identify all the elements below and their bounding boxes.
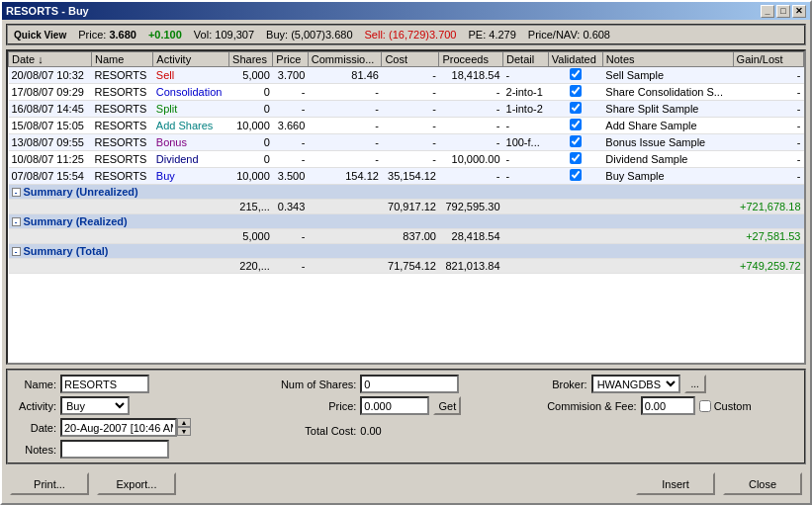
validated-checkbox[interactable] bbox=[570, 102, 582, 114]
summary-notes bbox=[602, 229, 733, 244]
table-row[interactable]: 20/08/07 10:32 RESORTS Sell 5,000 3.700 … bbox=[9, 67, 804, 84]
qv-sell-value: (16,729)3.700 bbox=[389, 29, 457, 41]
table-row[interactable]: 07/08/07 15:54 RESORTS Buy 10,000 3.500 … bbox=[9, 168, 804, 185]
col-header-commission[interactable]: Commissio... bbox=[308, 52, 382, 67]
validated-checkbox[interactable] bbox=[570, 152, 582, 164]
form-area: Name: Activity: Buy Sell Add Shares Bonu… bbox=[6, 369, 806, 464]
col-header-date[interactable]: Date ↓ bbox=[9, 52, 92, 67]
export-button[interactable]: Export... bbox=[97, 472, 176, 495]
cell-date: 20/08/07 10:32 bbox=[9, 67, 92, 84]
broker-label: Broker: bbox=[543, 379, 587, 390]
col-header-gain[interactable]: Gain/Lost bbox=[733, 52, 803, 67]
cell-notes: Sell Sample bbox=[602, 67, 733, 84]
get-button[interactable]: Get bbox=[433, 396, 461, 415]
cell-date: 13/08/07 09:55 bbox=[9, 134, 92, 151]
commission-label: Commision & Fee: bbox=[543, 400, 637, 412]
col-header-cost[interactable]: Cost bbox=[382, 52, 439, 67]
activity-select[interactable]: Buy Sell Add Shares Bonus Dividend Conso… bbox=[60, 396, 130, 415]
price-input[interactable] bbox=[360, 396, 429, 415]
expand-icon[interactable]: - bbox=[12, 217, 21, 226]
broker-select[interactable]: HWANGDBS Other bbox=[591, 375, 680, 393]
close-button[interactable]: Close bbox=[723, 472, 802, 495]
summary-proceeds: 821,013.84 bbox=[439, 259, 503, 274]
col-header-proceeds[interactable]: Proceeds bbox=[439, 52, 503, 67]
cell-name: RESORTS bbox=[91, 168, 152, 185]
validated-checkbox[interactable] bbox=[570, 135, 582, 147]
table-row[interactable]: 13/08/07 09:55 RESORTS Bonus 0 - - - - 1… bbox=[9, 134, 804, 151]
qv-price: Price: 3.680 bbox=[78, 29, 136, 41]
table-row[interactable]: 15/08/07 15:05 RESORTS Add Shares 10,000… bbox=[9, 118, 804, 134]
qv-nav: Price/NAV: 0.608 bbox=[528, 29, 610, 41]
summary-header-label: - Summary (Total) bbox=[9, 244, 804, 259]
cell-cost: - bbox=[382, 134, 439, 151]
cell-detail: - bbox=[503, 118, 549, 134]
cell-proceeds: - bbox=[439, 101, 503, 118]
summary-activity bbox=[153, 259, 229, 274]
validated-checkbox[interactable] bbox=[570, 169, 582, 181]
col-header-validated[interactable]: Validated bbox=[548, 52, 602, 67]
cell-validated bbox=[548, 168, 602, 185]
maximize-button[interactable]: □ bbox=[776, 5, 790, 18]
date-spin-up[interactable]: ▲ bbox=[177, 418, 191, 427]
qv-vol: Vol: 109,307 bbox=[194, 29, 254, 41]
table-row[interactable]: 10/08/07 11:25 RESORTS Dividend 0 - - - … bbox=[9, 151, 804, 168]
date-input-container: ▲ ▼ bbox=[60, 418, 191, 437]
summary-header-row: - Summary (Realized) bbox=[9, 214, 804, 229]
cell-detail: - bbox=[503, 151, 549, 168]
transactions-table: Date ↓ Name Activity Shares Price Commis… bbox=[8, 51, 804, 274]
col-header-notes[interactable]: Notes bbox=[602, 52, 733, 67]
expand-icon[interactable]: - bbox=[12, 247, 21, 256]
date-spin-down[interactable]: ▼ bbox=[177, 427, 191, 436]
print-button[interactable]: Print... bbox=[10, 472, 89, 495]
commission-row: Commision & Fee: Custom bbox=[543, 396, 800, 415]
cell-name: RESORTS bbox=[91, 101, 152, 118]
validated-checkbox[interactable] bbox=[570, 85, 582, 97]
cell-gain: - bbox=[733, 118, 803, 134]
expand-icon[interactable]: - bbox=[12, 188, 21, 197]
table-row[interactable]: 17/08/07 09:29 RESORTS Consolidation 0 -… bbox=[9, 84, 804, 101]
col-header-name[interactable]: Name bbox=[91, 52, 152, 67]
validated-checkbox[interactable] bbox=[570, 68, 582, 80]
col-header-detail[interactable]: Detail bbox=[503, 52, 549, 67]
cell-date: 17/08/07 09:29 bbox=[9, 84, 92, 101]
col-header-price[interactable]: Price bbox=[273, 52, 308, 67]
cell-commission: 154.12 bbox=[308, 168, 382, 185]
name-input[interactable] bbox=[60, 375, 149, 393]
close-window-button[interactable]: ✕ bbox=[792, 5, 806, 18]
cell-shares: 5,000 bbox=[229, 67, 273, 84]
insert-button[interactable]: Insert bbox=[636, 472, 715, 495]
cell-notes: Add Share Sample bbox=[602, 118, 733, 134]
cell-notes: Share Consolidation S... bbox=[602, 84, 733, 101]
cell-cost: - bbox=[382, 67, 439, 84]
custom-checkbox[interactable] bbox=[699, 400, 711, 412]
cell-shares: 10,000 bbox=[229, 118, 273, 134]
broker-extra-button[interactable]: ... bbox=[684, 375, 706, 393]
col-header-shares[interactable]: Shares bbox=[229, 52, 273, 67]
transactions-table-container[interactable]: Date ↓ Name Activity Shares Price Commis… bbox=[6, 49, 806, 365]
validated-checkbox[interactable] bbox=[570, 119, 582, 130]
form-col3: Broker: HWANGDBS Other ... Commision & F… bbox=[543, 375, 800, 459]
summary-cost: 70,917.12 bbox=[382, 200, 439, 214]
date-input[interactable] bbox=[60, 418, 177, 437]
col-header-activity[interactable]: Activity bbox=[153, 52, 229, 67]
qv-nav-value: 0.608 bbox=[583, 29, 610, 41]
custom-label: Custom bbox=[714, 400, 752, 412]
cell-commission: 81.46 bbox=[308, 67, 382, 84]
minimize-button[interactable]: _ bbox=[761, 5, 774, 18]
cell-commission: - bbox=[308, 151, 382, 168]
commission-input[interactable] bbox=[641, 396, 695, 415]
cell-name: RESORTS bbox=[91, 134, 152, 151]
summary-price: - bbox=[273, 259, 308, 274]
summary-header-label: - Summary (Unrealized) bbox=[9, 185, 804, 200]
summary-date bbox=[9, 259, 92, 274]
notes-label: Notes: bbox=[12, 444, 56, 456]
qv-pe-label: PE: bbox=[468, 29, 486, 41]
qv-sell-label: Sell: bbox=[365, 29, 386, 41]
qv-pe: PE: 4.279 bbox=[468, 29, 515, 41]
summary-name bbox=[91, 200, 152, 214]
table-row[interactable]: 16/08/07 14:45 RESORTS Split 0 - - - - 1… bbox=[9, 101, 804, 118]
broker-row: Broker: HWANGDBS Other ... bbox=[543, 375, 800, 393]
num-shares-input[interactable] bbox=[360, 375, 459, 393]
notes-input[interactable] bbox=[60, 440, 169, 459]
summary-gain: +27,581.53 bbox=[733, 229, 803, 244]
